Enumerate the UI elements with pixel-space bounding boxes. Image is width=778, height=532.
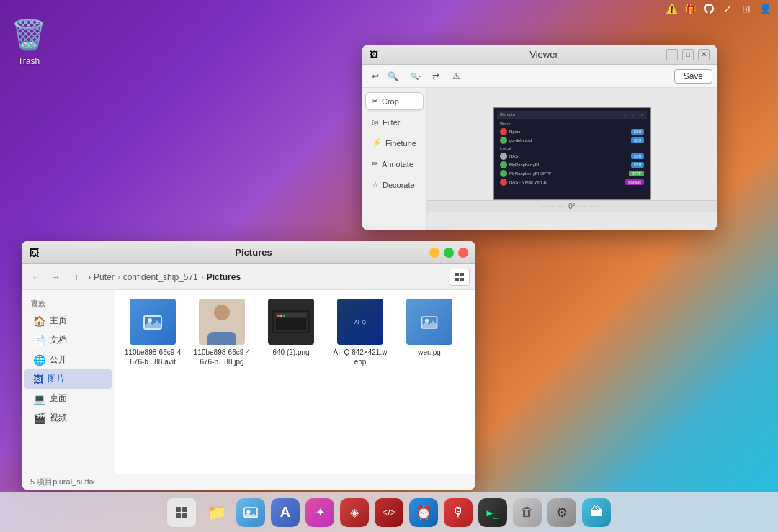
pictures-maximize-btn[interactable] xyxy=(444,248,454,258)
sidebar-item-desktop[interactable]: 💻 桌面 xyxy=(24,389,112,408)
pictures-window: 🖼 Pictures ✕ ← → ↑ › Puter › confident_s… xyxy=(22,241,475,490)
avif-thumbnail xyxy=(130,299,176,345)
file-thumb-wer xyxy=(406,299,452,345)
viewer-save-button[interactable]: Save xyxy=(674,69,712,84)
finetune-icon: ⚡ xyxy=(372,138,382,148)
crop-label: Crop xyxy=(382,97,399,106)
viewer-app-icon: 🖼 xyxy=(370,50,378,60)
viewer-annotate-tool[interactable]: ✏ Annotate xyxy=(365,155,424,173)
sidebar-videos-label: 视频 xyxy=(50,412,67,424)
taskbar-mic-btn[interactable]: 🎙 xyxy=(444,498,473,527)
taskbar-time-btn[interactable]: ⏰ xyxy=(409,498,438,527)
viewer-minimize-btn[interactable]: — xyxy=(666,49,678,60)
public-icon: 🌐 xyxy=(33,354,45,366)
expand-icon[interactable]: ⤢ xyxy=(720,1,735,16)
svg-rect-8 xyxy=(176,507,181,512)
home-icon: 🏠 xyxy=(33,315,45,327)
pictures-titlebar: 🖼 Pictures ✕ xyxy=(22,241,475,264)
file-item-webp[interactable]: AI_Q AI_Q 842×421.webp xyxy=(331,299,389,366)
breadcrumb-puter[interactable]: Puter xyxy=(94,272,115,282)
trash-desktop-icon[interactable]: 🗑️ Trash xyxy=(12,14,46,66)
sidebar: 喜欢 🏠 主页 📄 文档 🌐 公开 🖼 图片 💻 桌面 🎬 xyxy=(22,290,115,474)
breadcrumb: › Puter › confident_ship_571 › Pictures xyxy=(88,272,447,282)
viewer-filter-tool[interactable]: ◎ Filter xyxy=(365,113,424,131)
trash-label: Trash xyxy=(18,56,40,66)
taskbar-settings-btn[interactable]: ⚙ xyxy=(547,498,576,527)
warning-icon[interactable]: ⚠️ xyxy=(664,1,679,16)
png-thumbnail xyxy=(268,299,314,345)
sidebar-pictures-label: 图片 xyxy=(48,373,65,385)
nav-forward-btn[interactable]: → xyxy=(48,269,65,286)
viewer-window: 🖼 Viewer — □ ✕ ↩ 🔍+ 🔍- ⇄ ⚠ Save ✂ Crop ◎… xyxy=(362,45,717,230)
svg-rect-2 xyxy=(455,278,459,281)
taskbar: 📁 A ✦ ◈ </> ⏰ 🎙 ▶_ 🗑 ⚙ 🏔 xyxy=(0,492,778,532)
viewer-toolbar: ↩ 🔍+ 🔍- ⇄ ⚠ Save xyxy=(362,65,717,88)
taskbar-gallery-btn[interactable]: 🏔 xyxy=(582,498,611,527)
webp-thumbnail: AI_Q xyxy=(337,299,383,345)
video-icon: 🎬 xyxy=(33,412,45,424)
nav-back-btn[interactable]: ← xyxy=(27,269,45,286)
wer-thumbnail xyxy=(406,299,452,345)
viewer-maximize-btn[interactable]: □ xyxy=(682,49,694,60)
svg-rect-9 xyxy=(182,507,187,512)
breadcrumb-ship[interactable]: confident_ship_571 xyxy=(123,272,198,282)
user-icon[interactable]: 👤 xyxy=(758,1,772,16)
filter-label: Filter xyxy=(383,118,400,127)
sidebar-item-public[interactable]: 🌐 公开 xyxy=(24,350,112,369)
pictures-body: 喜欢 🏠 主页 📄 文档 🌐 公开 🖼 图片 💻 桌面 🎬 xyxy=(22,290,475,474)
sidebar-item-pictures[interactable]: 🖼 图片 xyxy=(24,369,112,389)
taskbar-font-btn[interactable]: A xyxy=(271,498,300,527)
viewer-finetune-tool[interactable]: ⚡ Finetune xyxy=(365,134,424,152)
breadcrumb-pictures[interactable]: Pictures xyxy=(207,272,241,282)
viewer-back-btn[interactable]: ↩ xyxy=(367,68,384,85)
github-icon[interactable] xyxy=(702,1,716,16)
viewer-zoom-in-btn[interactable]: 🔍+ xyxy=(387,68,404,85)
file-name-webp: AI_Q 842×421.webp xyxy=(331,348,389,366)
taskbar-app1-btn[interactable]: ✦ xyxy=(305,498,334,527)
viewer-sidebar: ✂ Crop ◎ Filter ⚡ Finetune ✏ Annotate ☆ … xyxy=(362,88,427,230)
file-item-jpg-person[interactable]: 110be898-66c9-4676-b...88.jpg xyxy=(193,299,251,366)
annotate-label: Annotate xyxy=(382,160,413,168)
taskbar-code-btn[interactable]: </> xyxy=(375,498,403,527)
pictures-icon: 🖼 xyxy=(33,374,43,385)
taskbar-folder-btn[interactable]: 📁 xyxy=(202,498,231,527)
pictures-minimize-btn[interactable] xyxy=(429,248,439,258)
pictures-close-btn[interactable]: ✕ xyxy=(458,248,468,258)
pictures-app-icon: 🖼 xyxy=(29,247,39,258)
sidebar-item-home[interactable]: 🏠 主页 xyxy=(24,311,112,330)
grid-toggle-icon[interactable]: ⊞ xyxy=(739,1,754,16)
viewer-warn-btn[interactable]: ⚠ xyxy=(447,68,465,85)
viewer-image: Remote ▢ ▢ ▢ ✕ Work Nginx SSH go-delphi.… xyxy=(493,107,651,200)
svg-rect-1 xyxy=(460,273,464,276)
taskbar-photos-btn[interactable] xyxy=(236,498,265,527)
sidebar-section-header: 喜欢 xyxy=(22,296,115,311)
desktop-icon: 💻 xyxy=(33,393,45,405)
taskbar-terminal-btn[interactable]: ▶_ xyxy=(478,498,507,527)
sidebar-item-videos[interactable]: 🎬 视频 xyxy=(24,408,112,428)
grid-view-toggle[interactable] xyxy=(450,269,470,286)
status-bar: 5 项目plural_suffix xyxy=(22,474,475,490)
trash-image: 🗑️ xyxy=(12,14,46,55)
file-name-png: 640 (2).png xyxy=(272,348,309,357)
viewer-zoom-out-btn[interactable]: 🔍- xyxy=(407,68,424,85)
taskbar-trash-btn[interactable]: 🗑 xyxy=(513,498,542,527)
nav-up-btn[interactable]: ↑ xyxy=(68,269,85,286)
viewer-body: ✂ Crop ◎ Filter ⚡ Finetune ✏ Annotate ☆ … xyxy=(362,88,717,230)
top-bar: ⚠️ 🎁 ⤢ ⊞ 👤 xyxy=(0,0,778,17)
sidebar-item-docs[interactable]: 📄 文档 xyxy=(24,330,112,350)
viewer-close-btn[interactable]: ✕ xyxy=(698,49,710,60)
file-item-wer[interactable]: wer.jpg xyxy=(401,299,458,366)
taskbar-grid-btn[interactable] xyxy=(167,498,196,527)
file-item-avif[interactable]: 110be898-66c9-4676-b...88.avif xyxy=(124,299,182,366)
sidebar-public-label: 公开 xyxy=(50,353,67,366)
viewer-window-controls: — □ ✕ xyxy=(666,49,710,60)
viewer-flip-btn[interactable]: ⇄ xyxy=(427,68,444,85)
file-name-jpg: 110be898-66c9-4676-b...88.jpg xyxy=(193,348,251,366)
file-thumb-avif xyxy=(130,299,176,345)
taskbar-app2-btn[interactable]: ◈ xyxy=(340,498,369,527)
decorate-icon: ☆ xyxy=(372,180,379,189)
viewer-decorate-tool[interactable]: ☆ Decorate xyxy=(365,176,424,194)
gift-icon[interactable]: 🎁 xyxy=(683,1,697,16)
viewer-crop-tool[interactable]: ✂ Crop xyxy=(365,92,424,110)
file-item-png[interactable]: 640 (2).png xyxy=(262,299,320,366)
